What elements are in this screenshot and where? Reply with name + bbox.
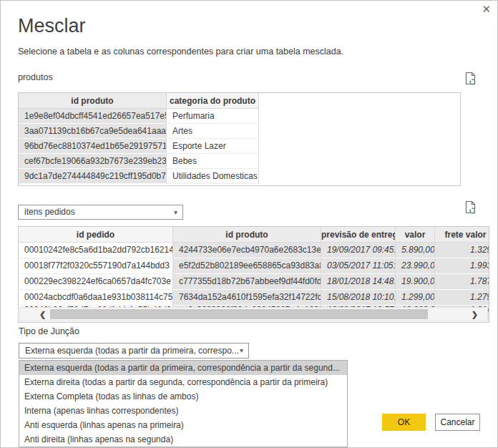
- table-cell: Artes: [167, 124, 259, 139]
- produtos-table-label: produtos: [18, 72, 53, 82]
- join-option[interactable]: Interna (apenas linhas correspondentes): [19, 404, 347, 418]
- join-option[interactable]: Anti direita (linhas apenas na segunda): [19, 432, 347, 447]
- table-body: 1e9e8ef04dbcff4541ed26657ea517e5Perfumar…: [19, 109, 460, 184]
- second-table-dropdown[interactable]: itens pedidos ▾: [18, 205, 183, 220]
- table-header-row: id pedidoid produtoprevisão de entregava…: [19, 227, 489, 243]
- table-cell: 7634da152a4610f1595efa32f14722fc: [173, 290, 321, 306]
- table-row: 000229ec398224ef6ca0657da4fc703ec777355d…: [19, 274, 489, 290]
- table-cell: e5f2d52b802189ee658865ca93d83a8f: [173, 258, 321, 274]
- join-option[interactable]: Externa Completa (todas as linhas de amb…: [19, 389, 347, 404]
- table-cell: 03/05/2017 11:05:13: [321, 258, 396, 274]
- table-cell: 00024acbcdf0a6daa1e931b038114c75: [19, 290, 173, 306]
- refresh-preview-icon[interactable]: [463, 71, 479, 87]
- column-header[interactable]: id produto: [19, 93, 167, 109]
- table-cell: 19/09/2017 09:45:35: [321, 243, 396, 258]
- table-cell: Esporte Lazer: [167, 139, 259, 154]
- table-cell: c777355d18b72b67abbeef9df44fd0fd: [173, 274, 321, 290]
- join-kind-dropdown-value: Externa esquerda (todas a partir da prim…: [25, 346, 239, 356]
- table-cell: 1.299,00: [396, 290, 435, 306]
- table-cell: Perfumaria: [167, 109, 259, 124]
- table-row: 9dc1a7de274444849c219cff195d0b71Utilidad…: [19, 169, 460, 184]
- table-cell: 19.900,00: [396, 274, 435, 290]
- join-kind-label: Tipo de Junção: [19, 326, 79, 336]
- table-cell: Utilidades Domesticas: [167, 169, 259, 184]
- join-option[interactable]: Anti esquerda (linhas apenas na primeira…: [19, 418, 347, 432]
- table-cell: 00018f77f2f0320c557190d7a144bdd3: [19, 258, 173, 274]
- table-cell: Bebes: [167, 154, 259, 169]
- table-cell: 23.990,00: [396, 258, 435, 274]
- table-cell: 000229ec398224ef6ca0657da4fc703e: [19, 274, 173, 290]
- second-table-dropdown-value: itens pedidos: [24, 207, 75, 217]
- dialog-subtitle: Selecione a tabela e as colunas correspo…: [18, 47, 343, 57]
- table-cell: 1.993: [435, 258, 489, 274]
- column-header[interactable]: previsão de entrega: [321, 227, 396, 243]
- table-cell: 3aa071139cb16b67ca9e5dea641aaa2f: [19, 124, 167, 139]
- join-option[interactable]: Externa direita (todas a partir da segun…: [19, 375, 347, 389]
- chevron-down-icon: ▾: [174, 205, 177, 219]
- join-option[interactable]: Externa esquerda (todas a partir da prim…: [19, 361, 347, 375]
- table-cell: 00010242fe8c5a6d1ba2dd792cb16214: [19, 243, 173, 258]
- cancel-button[interactable]: Cancelar: [435, 414, 480, 431]
- column-header[interactable]: valor: [396, 227, 435, 243]
- table-cell: 5.890,00: [396, 243, 435, 258]
- column-header[interactable]: id produto: [173, 227, 321, 243]
- produtos-preview-table: id produtocategoria do produto 1e9e8ef04…: [18, 92, 461, 186]
- column-header[interactable]: categoria do produto: [167, 93, 259, 109]
- join-kind-dropdown[interactable]: Externa esquerda (todas a partir da prim…: [19, 343, 249, 359]
- column-header[interactable]: id pedido: [19, 227, 173, 243]
- refresh-preview-icon[interactable]: [463, 200, 479, 215]
- merge-dialog: ✕ Mesclar Selecione a tabela e as coluna…: [0, 0, 498, 448]
- table-row: 1e9e8ef04dbcff4541ed26657ea517e5Perfumar…: [19, 109, 460, 124]
- table-cell: 96bd76ec8810374ed1b65e291975717f: [19, 139, 167, 154]
- table-row: 00010242fe8c5a6d1ba2dd792cb162144244733e…: [19, 243, 489, 258]
- table-cell: 1.787: [435, 274, 489, 290]
- table-row: 00024acbcdf0a6daa1e931b038114c757634da15…: [19, 290, 489, 306]
- scrollbar-thumb[interactable]: [50, 309, 428, 319]
- table-cell: 15/08/2018 10:10:18: [321, 290, 396, 306]
- close-icon[interactable]: ✕: [482, 4, 491, 15]
- table-header-row: id produtocategoria do produto: [19, 93, 460, 109]
- table-row: cef67bcfe19066a932b7673e239eb23dBebes: [19, 154, 460, 169]
- scroll-right-icon[interactable]: ❯: [472, 308, 478, 321]
- table-cell: 1.329: [435, 243, 489, 258]
- page-title: Mesclar: [18, 15, 86, 37]
- join-kind-options-list: Externa esquerda (todas a partir da prim…: [19, 360, 348, 447]
- table-row: 3aa071139cb16b67ca9e5dea641aaa2fArtes: [19, 124, 460, 139]
- table-cell: cef67bcfe19066a932b7673e239eb23d: [19, 154, 167, 169]
- scroll-left-icon[interactable]: ❮: [39, 308, 46, 321]
- table-cell: 18/01/2018 14:48:30: [321, 274, 396, 290]
- table-cell: 1e9e8ef04dbcff4541ed26657ea517e5: [19, 109, 167, 124]
- table-row: 96bd76ec8810374ed1b65e291975717fEsporte …: [19, 139, 460, 154]
- table-cell: 1.279: [435, 290, 489, 306]
- table-row: 00018f77f2f0320c557190d7a144bdd3e5f2d52b…: [19, 258, 489, 274]
- table-cell: 4244733e06e7ecb4970a6e2683c13e61: [173, 243, 321, 258]
- table-cell: 9dc1a7de274444849c219cff195d0b71: [19, 169, 167, 184]
- horizontal-scrollbar[interactable]: ❮ ❯: [19, 307, 488, 321]
- itens-pedidos-preview-table: id pedidoid produtoprevisão de entregava…: [18, 226, 489, 323]
- chevron-down-icon: ▾: [240, 344, 243, 358]
- ok-button[interactable]: OK: [382, 414, 426, 431]
- column-header[interactable]: frete valor: [435, 227, 489, 243]
